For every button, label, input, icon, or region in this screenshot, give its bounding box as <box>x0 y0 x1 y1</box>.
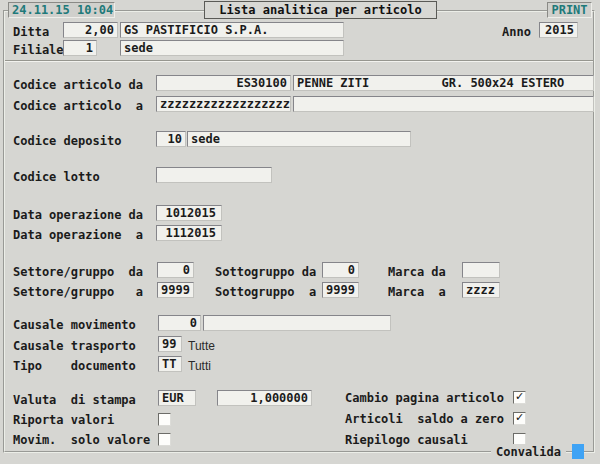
causale-trasporto-desc: Tutte <box>188 338 215 354</box>
articoli-saldo-zero-label: Articoli saldo a zero <box>345 411 504 427</box>
codice-articolo-a-field[interactable]: zzzzzzzzzzzzzzzzzz <box>156 96 291 112</box>
valuta-code-field[interactable]: EUR <box>158 390 196 406</box>
causale-movimento-field[interactable]: 0 <box>158 315 201 331</box>
settore-a-field[interactable]: 9999 <box>157 282 194 298</box>
cambio-pagina-label: Cambio pagina articolo <box>345 390 504 406</box>
sottogruppo-da-label: Sottogruppo da <box>215 264 316 280</box>
data-operazione-a-field[interactable]: 1112015 <box>156 225 222 241</box>
tipo-documento-desc: Tutti <box>188 358 211 374</box>
riepilogo-causali-label: Riepilogo causali <box>345 432 468 448</box>
anno-field[interactable]: 2015 <box>539 22 578 38</box>
riporta-valori-label: Riporta valori <box>13 412 114 428</box>
codice-articolo-a-desc <box>293 96 594 112</box>
ditta-name-field[interactable]: GS PASTIFICIO S.P.A. <box>120 22 344 38</box>
data-operazione-a-label: Data operazione a <box>13 227 143 243</box>
marca-a-label: Marca a <box>388 284 446 300</box>
valuta-label: Valuta di stampa <box>13 392 136 408</box>
codice-deposito-label: Codice deposito <box>13 133 121 149</box>
causale-movimento-label: Causale movimento <box>13 317 136 333</box>
tipo-documento-field[interactable]: TT <box>158 356 182 372</box>
filiale-code-field[interactable]: 1 <box>63 40 97 56</box>
datetime-badge: 24.11.15 10:04 <box>8 2 115 18</box>
data-operazione-da-label: Data operazione da <box>13 207 143 223</box>
tipo-documento-label: Tipo documento <box>13 358 136 374</box>
convalida-button[interactable]: Convalida <box>491 444 566 460</box>
movim-solo-valore-label: Movim. solo valore <box>13 432 150 448</box>
marca-a-field[interactable]: zzzz <box>462 282 500 298</box>
valuta-rate-field[interactable]: 1,000000 <box>217 390 312 406</box>
movim-solo-valore-checkbox[interactable] <box>158 433 171 446</box>
sottogruppo-a-field[interactable]: 9999 <box>322 282 359 298</box>
cambio-pagina-checkbox[interactable]: ✓ <box>513 391 526 404</box>
page-title: Lista analitica per articolo <box>204 1 437 19</box>
filiale-name-field[interactable]: sede <box>120 40 344 56</box>
riporta-valori-checkbox[interactable] <box>158 413 171 426</box>
causale-trasporto-label: Causale trasporto <box>13 338 136 354</box>
marca-da-field[interactable] <box>462 262 500 278</box>
codice-articolo-da-desc: PENNE ZITI GR. 500x24 ESTERO <box>293 75 594 91</box>
settore-da-field[interactable]: 0 <box>157 262 194 278</box>
sottogruppo-da-field[interactable]: 0 <box>322 262 359 278</box>
codice-deposito-field[interactable]: 10 <box>156 131 186 147</box>
marca-da-label: Marca da <box>388 264 446 280</box>
causale-movimento-desc <box>203 315 391 331</box>
codice-articolo-da-field[interactable]: ES30100 <box>156 75 291 91</box>
codice-lotto-label: Codice lotto <box>13 169 100 185</box>
articoli-saldo-zero-checkbox[interactable]: ✓ <box>513 412 526 425</box>
sottogruppo-a-label: Sottogruppo a <box>215 284 316 300</box>
ditta-label: Ditta <box>13 24 49 40</box>
header-separator <box>5 60 593 62</box>
ditta-code-field[interactable]: 2,00 <box>63 22 118 38</box>
data-operazione-da-field[interactable]: 1012015 <box>156 205 222 221</box>
print-button[interactable]: PRINT <box>547 2 592 18</box>
text-cursor <box>572 444 584 459</box>
settore-a-label: Settore/gruppo a <box>13 284 143 300</box>
codice-articolo-da-label: Codice articolo da <box>13 77 143 93</box>
anno-label: Anno <box>502 24 531 40</box>
codice-lotto-field[interactable] <box>156 167 272 183</box>
codice-articolo-a-label: Codice articolo a <box>13 98 143 114</box>
settore-da-label: Settore/gruppo da <box>13 264 143 280</box>
filiale-label: Filiale <box>13 42 64 58</box>
codice-deposito-desc: sede <box>187 131 411 147</box>
causale-trasporto-field[interactable]: 99 <box>158 336 182 352</box>
